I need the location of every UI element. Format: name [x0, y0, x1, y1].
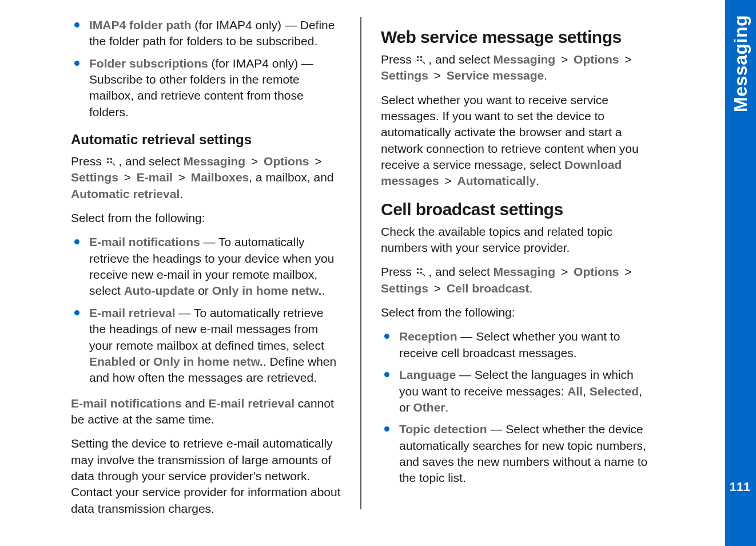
separator: >	[118, 171, 137, 184]
separator: >	[245, 155, 264, 168]
cell-broadcast-list: Reception — Select whether you want to r…	[381, 329, 651, 486]
right-column: Web service message settings Press , and…	[367, 17, 665, 509]
menu-key-icon	[415, 53, 425, 63]
text: , and select	[428, 53, 493, 66]
svg-point-11	[420, 272, 421, 274]
option: Only in home netw.	[212, 284, 322, 297]
list-item: IMAP4 folder path (for IMAP4 only) — Def…	[71, 17, 341, 50]
nav-step: E-mail	[137, 171, 173, 184]
menu-key-icon	[415, 265, 425, 275]
retrieval-settings-list-1: IMAP4 folder path (for IMAP4 only) — Def…	[71, 17, 341, 120]
text: , and select	[428, 265, 493, 278]
text: Press	[71, 155, 105, 168]
press-instruction-1: Press , and select Messaging > Options >…	[71, 153, 341, 202]
list-item: Folder subscriptions (for IMAP4 only) — …	[71, 56, 341, 120]
text: , a mailbox, and	[249, 171, 333, 184]
separator: >	[555, 53, 574, 66]
term: E-mail notifications	[71, 397, 182, 410]
separator: >	[555, 265, 574, 278]
separator: >	[428, 69, 447, 82]
select-from: Select from the following:	[381, 304, 651, 321]
term: Topic detection	[399, 422, 487, 436]
text: or	[136, 355, 153, 368]
section-title: Messaging	[730, 15, 751, 112]
list-item: E-mail notifications — To automatically …	[71, 234, 341, 299]
term: Folder subscriptions	[89, 57, 208, 70]
column-divider	[360, 17, 361, 509]
svg-point-9	[420, 268, 421, 270]
cell-broadcast-intro: Check the available topics and related t…	[381, 224, 651, 256]
nav-step: Settings	[71, 171, 118, 184]
text: .	[180, 187, 183, 200]
svg-point-8	[416, 268, 418, 270]
left-column: IMAP4 folder path (for IMAP4 only) — Def…	[57, 17, 355, 509]
option: Selected	[590, 385, 639, 398]
text: .	[321, 284, 325, 297]
text: , and select	[118, 155, 183, 168]
text: ,	[583, 385, 590, 398]
option: Automatically	[457, 174, 536, 187]
text: Press	[381, 265, 415, 278]
svg-point-4	[416, 56, 418, 58]
term: Reception	[399, 330, 457, 343]
separator: >	[619, 53, 634, 66]
select-from: Select from the following:	[71, 210, 341, 226]
separator: >	[428, 282, 447, 295]
svg-point-1	[110, 158, 112, 160]
nav-step: Options	[574, 265, 619, 278]
nav-step: Automatic retrieval	[71, 187, 180, 200]
svg-point-5	[420, 56, 421, 58]
data-charges-paragraph: Setting the device to retrieve e-mail au…	[71, 436, 341, 517]
list-item: E-mail retrieval — To automatically retr…	[71, 305, 341, 386]
term: E-mail retrieval	[89, 306, 176, 319]
separator: >	[173, 171, 191, 184]
text: Press	[381, 53, 415, 66]
nav-step: Service message	[447, 69, 544, 82]
retrieval-settings-list-2: E-mail notifications — To automatically …	[71, 234, 341, 386]
columns: IMAP4 folder path (for IMAP4 only) — Def…	[57, 17, 722, 509]
note-paragraph: E-mail notifications and E-mail retrieva…	[71, 395, 341, 428]
list-item: Reception — Select whether you want to r…	[381, 329, 651, 361]
svg-point-2	[106, 161, 108, 163]
option: Only in home netw.	[153, 355, 263, 368]
menu-key-icon	[105, 155, 116, 165]
nav-step: Messaging	[184, 155, 246, 168]
text: and	[182, 397, 209, 410]
list-item: Topic detection — Select whether the dev…	[381, 421, 651, 486]
option: Auto-update	[124, 284, 195, 297]
option: Other	[413, 401, 445, 414]
term: E-mail notifications	[89, 235, 200, 248]
nav-step: Messaging	[494, 53, 556, 66]
service-message-paragraph: Select whether you want to receive servi…	[381, 92, 651, 189]
term: Language	[399, 368, 456, 381]
term: E-mail retrieval	[208, 397, 295, 410]
text: .	[544, 69, 547, 82]
separator: >	[439, 174, 457, 187]
press-instruction-2: Press , and select Messaging > Options >…	[381, 52, 651, 84]
nav-step: Mailboxes	[191, 171, 249, 184]
text: or	[194, 284, 212, 297]
sidebar: Messaging	[725, 0, 756, 546]
text: .	[536, 174, 539, 187]
automatic-retrieval-heading: Automatic retrieval settings	[71, 132, 341, 148]
text: .	[530, 282, 533, 295]
svg-point-7	[420, 60, 421, 61]
option: All	[567, 385, 583, 398]
svg-point-0	[106, 158, 108, 160]
svg-point-6	[416, 60, 418, 61]
page-number: 111	[729, 480, 751, 494]
option: Enabled	[89, 355, 136, 368]
nav-step: Messaging	[494, 265, 556, 278]
separator: >	[619, 265, 634, 278]
text: .	[445, 401, 449, 414]
svg-point-10	[416, 272, 418, 274]
term: IMAP4 folder path	[89, 18, 192, 31]
press-instruction-3: Press , and select Messaging > Options >…	[381, 264, 651, 296]
manual-page: IMAP4 folder path (for IMAP4 only) — Def…	[0, 0, 756, 546]
nav-step: Settings	[381, 282, 428, 295]
web-service-heading: Web service message settings	[381, 27, 651, 47]
cell-broadcast-heading: Cell broadcast settings	[381, 200, 651, 219]
nav-step: Options	[264, 155, 309, 168]
nav-step: Settings	[381, 69, 428, 82]
nav-step: Cell broadcast	[447, 282, 530, 295]
